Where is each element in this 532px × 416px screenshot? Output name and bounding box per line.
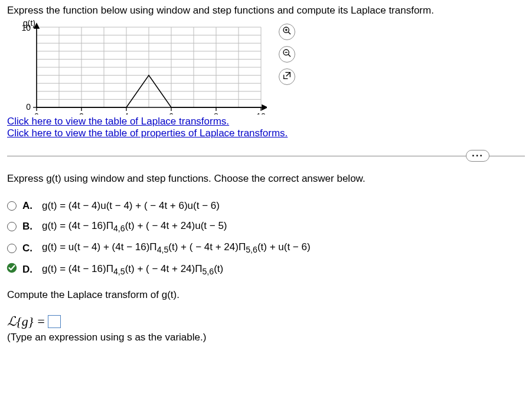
laplace-properties-link[interactable]: Click here to view the table of properti… bbox=[7, 127, 288, 139]
radio-b[interactable] bbox=[7, 222, 17, 231]
popout-button[interactable] bbox=[279, 68, 295, 85]
zoom-out-icon bbox=[282, 48, 292, 61]
zoom-in-button[interactable] bbox=[279, 24, 295, 40]
option-letter: A. bbox=[22, 200, 32, 212]
xtick: 8 bbox=[214, 112, 218, 114]
svg-line-38 bbox=[288, 54, 291, 57]
xtick: 6 bbox=[169, 112, 174, 114]
option-a-expr: g(t) = (4t − 4)u(t − 4) + ( − 4t + 6)u(t… bbox=[42, 200, 220, 212]
xtick: 2 bbox=[79, 112, 84, 114]
xtick: 4 bbox=[124, 112, 129, 114]
option-letter: B. bbox=[22, 221, 32, 232]
option-letter: D. bbox=[22, 264, 32, 276]
option-b[interactable]: B. g(t) = (4t − 16)Π4,6(t) + ( − 4t + 24… bbox=[7, 220, 525, 233]
popout-icon bbox=[282, 71, 292, 83]
svg-line-34 bbox=[288, 32, 291, 34]
laplace-table-link[interactable]: Click here to view the table of Laplace … bbox=[7, 116, 229, 127]
options-group: A. g(t) = (4t − 4)u(t − 4) + ( − 4t + 6)… bbox=[7, 200, 525, 276]
chart-plot: g(t) t 0 2 4 6 8 10 0 10 bbox=[7, 20, 267, 114]
zoom-in-icon bbox=[282, 26, 292, 38]
radio-c[interactable] bbox=[7, 244, 17, 253]
option-d-expr: g(t) = (4t − 16)Π4,5(t) + ( − 4t + 24)Π5… bbox=[42, 263, 223, 276]
radio-d[interactable] bbox=[7, 265, 17, 274]
option-d[interactable]: D. g(t) = (4t − 16)Π4,5(t) + ( − 4t + 24… bbox=[7, 263, 525, 276]
ytick: 0 bbox=[26, 102, 31, 112]
ytick: 10 bbox=[21, 23, 31, 32]
option-letter: C. bbox=[22, 243, 32, 254]
chart-container: g(t) t 0 2 4 6 8 10 0 10 bbox=[7, 20, 267, 114]
option-c[interactable]: C. g(t) = u(t − 4) + (4t − 16)Π4,5(t) + … bbox=[7, 241, 525, 254]
svg-marker-23 bbox=[262, 105, 267, 110]
compute-question: Compute the Laplace transform of g(t). bbox=[7, 289, 525, 301]
checkmark-icon bbox=[6, 263, 17, 276]
subquestion-text: Express g(t) using window and step funct… bbox=[7, 173, 525, 185]
option-a[interactable]: A. g(t) = (4t − 4)u(t − 4) + ( − 4t + 6)… bbox=[7, 200, 525, 212]
option-c-expr: g(t) = u(t − 4) + (4t − 16)Π4,5(t) + ( −… bbox=[42, 241, 311, 254]
radio-a[interactable] bbox=[7, 201, 17, 211]
option-b-expr: g(t) = (4t − 16)Π4,6(t) + ( − 4t + 24)u(… bbox=[42, 220, 227, 233]
divider: ··· bbox=[7, 156, 525, 156]
more-button[interactable]: ··· bbox=[466, 150, 489, 162]
question-text: Express the function below using window … bbox=[7, 5, 525, 17]
xtick: 0 bbox=[34, 112, 39, 114]
answer-hint: (Type an expression using s as the varia… bbox=[7, 332, 525, 343]
zoom-out-button[interactable] bbox=[279, 46, 295, 63]
xtick: 10 bbox=[256, 112, 266, 114]
laplace-lhs: ℒ{g} = bbox=[7, 314, 45, 329]
answer-input[interactable] bbox=[48, 315, 61, 328]
